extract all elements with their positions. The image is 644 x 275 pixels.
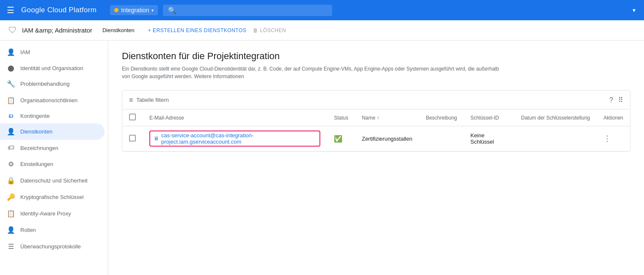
row-email-cell: 🖥 cas-service-account@cas-integration-pr…	[143, 126, 327, 151]
service-accounts-table: E-Mail-Adresse Status Name ↑ Beschreibun…	[122, 109, 630, 151]
table-container: ≡ Tabelle filtern ? ⠿ E-Mail-Adresse	[122, 90, 630, 152]
einstellungen-icon: ⚙	[7, 160, 15, 168]
sidebar-item-kontingente[interactable]: EI Kontingente	[0, 109, 105, 123]
datenschutz-icon: 🔒	[7, 177, 15, 185]
secondary-nav-left: 🛡 IAM &amp; Administrator	[8, 25, 92, 35]
sidebar-label-bezeichnungen: Bezeichnungen	[20, 145, 58, 151]
sidebar-label-identitaet: Identität und Organisation	[20, 65, 83, 71]
project-selector[interactable]: Integration ▾	[110, 5, 158, 15]
row-checkbox[interactable]	[129, 135, 136, 142]
iam-icon: 👤	[7, 48, 15, 56]
row-status-cell: ✅	[327, 126, 355, 151]
table-actions: ? ⠿	[609, 96, 623, 104]
sidebar-item-rollen[interactable]: 👤 Rollen	[0, 222, 105, 238]
bezeichnungen-icon: 🏷	[7, 144, 15, 152]
filter-label: Tabelle filtern	[136, 97, 169, 103]
sidebar-label-problembehandlung: Problembehandlung	[20, 81, 69, 87]
sidebar: 👤 IAM ⬤ Identität und Organisation 🔧 Pro…	[0, 41, 108, 275]
header-datum: Datum der Schlüsselerstellung	[515, 109, 597, 126]
sidebar-label-iam: IAM	[20, 49, 30, 55]
sidebar-item-dienstkonten[interactable]: 👤 Dienstkonten	[0, 123, 105, 140]
header-email: E-Mail-Adresse	[143, 109, 327, 126]
sidebar-label-kontingente: Kontingente	[20, 113, 50, 119]
top-nav-right: ▾	[629, 5, 639, 15]
problembehandlung-icon: 🔧	[7, 80, 15, 88]
sidebar-label-rollen: Rollen	[20, 227, 36, 233]
dienstkonten-icon: 👤	[7, 128, 15, 136]
organisationsrichtlinien-icon: 📋	[7, 96, 15, 104]
section-nav: Dienstkonten	[102, 27, 135, 33]
sidebar-item-bezeichnungen[interactable]: 🏷 Bezeichnungen	[0, 140, 105, 156]
columns-icon[interactable]: ⠿	[618, 96, 623, 104]
row-schlussel-cell: Keine Schlüssel	[464, 126, 515, 151]
more-actions-icon[interactable]: ⋮	[603, 134, 611, 143]
create-service-account-button[interactable]: + ERSTELLEN EINES DIENSTKONTOS	[148, 27, 247, 33]
sidebar-item-ueberwachung[interactable]: ☰ Überwachungsprotokolle	[0, 238, 105, 255]
nav-chevron-icon[interactable]: ▾	[629, 5, 639, 15]
section-title: IAM &amp; Administrator	[22, 27, 92, 34]
project-chevron-icon: ▾	[151, 8, 154, 13]
sidebar-item-iam[interactable]: 👤 IAM	[0, 44, 105, 60]
search-icon: 🔍	[168, 6, 176, 14]
sidebar-label-dienstkonten: Dienstkonten	[20, 128, 52, 135]
brand-title: Google Cloud Platform	[21, 6, 96, 14]
header-aktionen: Aktionen	[597, 109, 630, 126]
page-title: Dienstkonten für die Projektintegration	[122, 51, 630, 62]
sidebar-item-einstellungen[interactable]: ⚙ Einstellungen	[0, 156, 105, 172]
project-name: Integration	[121, 7, 149, 14]
row-beschreibung-cell	[419, 126, 463, 151]
section-nav-actions: + ERSTELLEN EINES DIENSTKONTOS 🗑 LÖSCHEN	[148, 27, 286, 33]
top-nav-left: ☰ Google Cloud Platform Integration ▾ 🔍	[5, 3, 624, 17]
header-beschreibung: Beschreibung	[419, 109, 463, 126]
main-layout: 👤 IAM ⬤ Identität und Organisation 🔧 Pro…	[0, 41, 644, 275]
identitaet-icon: ⬤	[7, 65, 15, 71]
email-highlighted[interactable]: 🖥 cas-service-account@cas-integration-pr…	[149, 131, 320, 147]
rollen-icon: 👤	[7, 226, 15, 234]
header-schlussel-id: Schlüssel-ID	[464, 109, 515, 126]
shield-icon: 🛡	[8, 25, 17, 35]
sidebar-item-datenschutz[interactable]: 🔒 Datenschutz und Sicherheit	[0, 172, 105, 189]
table-row: 🖥 cas-service-account@cas-integration-pr…	[122, 126, 630, 151]
sidebar-label-organisationsrichtlinien: Organisationsrichtlinien	[20, 97, 77, 103]
row-aktionen-cell: ⋮	[597, 126, 630, 151]
secondary-navigation: 🛡 IAM &amp; Administrator Dienstkonten +…	[0, 20, 644, 41]
row-datum-cell	[515, 126, 597, 151]
row-checkbox-cell	[122, 126, 143, 151]
identity-proxy-icon: 📋	[7, 210, 15, 218]
sidebar-item-problembehandlung[interactable]: 🔧 Problembehandlung	[0, 76, 105, 92]
help-icon[interactable]: ?	[609, 96, 613, 104]
row-name-cell: Zertifizierungsstallen	[355, 126, 419, 151]
header-checkbox[interactable]	[129, 114, 136, 120]
sidebar-label-datenschutz: Datenschutz und Sicherheit	[20, 177, 88, 184]
table-filter-bar: ≡ Tabelle filtern ? ⠿	[122, 91, 630, 109]
search-bar[interactable]: 🔍	[163, 5, 332, 16]
table-header-row: E-Mail-Adresse Status Name ↑ Beschreibun…	[122, 109, 630, 126]
kryptografische-icon: 🔑	[7, 193, 15, 201]
sidebar-label-ueberwachung: Überwachungsprotokolle	[20, 243, 81, 250]
status-icon: ✅	[334, 135, 342, 142]
top-navigation: ☰ Google Cloud Platform Integration ▾ 🔍 …	[0, 0, 644, 20]
kontingente-icon: EI	[7, 114, 15, 119]
sidebar-label-kryptografische: Kryptografische Schlüssel	[20, 194, 84, 200]
sidebar-item-kryptografische[interactable]: 🔑 Kryptografische Schlüssel	[0, 189, 105, 205]
sidebar-label-identity-proxy: Identity-Aware Proxy	[20, 210, 71, 217]
email-service-account-icon: 🖥	[154, 136, 159, 142]
filter-left: ≡ Tabelle filtern	[129, 96, 169, 104]
sidebar-label-einstellungen: Einstellungen	[20, 161, 53, 167]
breadcrumb: Dienstkonten	[102, 27, 135, 33]
header-checkbox-cell	[122, 109, 143, 126]
sidebar-item-identitaet[interactable]: ⬤ Identität und Organisation	[0, 60, 105, 76]
ueberwachung-icon: ☰	[7, 242, 15, 250]
filter-icon: ≡	[129, 96, 133, 104]
page-description: Ein Dienstkonto stellt eine Google Cloud…	[122, 65, 503, 80]
delete-button[interactable]: 🗑 LÖSCHEN	[253, 27, 286, 33]
main-content: Dienstkonten für die Projektintegration …	[108, 41, 644, 275]
sidebar-item-organisationsrichtlinien[interactable]: 📋 Organisationsrichtlinien	[0, 92, 105, 109]
header-name: Name ↑	[355, 109, 419, 126]
project-dot-icon	[114, 8, 118, 12]
hamburger-menu-icon[interactable]: ☰	[5, 3, 16, 17]
email-address: cas-service-account@cas-integration-proj…	[161, 132, 316, 145]
header-status: Status	[327, 109, 355, 126]
sidebar-item-identity-proxy[interactable]: 📋 Identity-Aware Proxy	[0, 205, 105, 222]
